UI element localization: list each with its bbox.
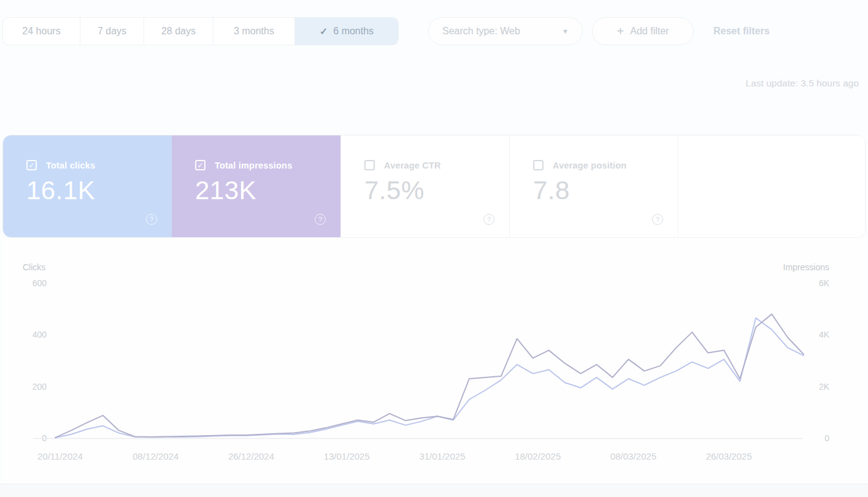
tab-7-days[interactable]: 7 days — [80, 18, 144, 45]
help-icon[interactable]: ? — [146, 214, 157, 225]
reset-filters-link[interactable]: Reset filters — [713, 17, 770, 45]
help-icon[interactable]: ? — [483, 214, 494, 225]
help-icon[interactable]: ? — [315, 214, 326, 225]
add-filter-label: Add filter — [630, 26, 669, 37]
check-icon: ✓ — [320, 26, 328, 37]
help-icon[interactable]: ? — [652, 214, 663, 225]
search-type-label: Search type: Web — [442, 26, 520, 37]
metric-card-label: Total clicks — [46, 161, 95, 170]
series-line-clicks — [55, 318, 804, 438]
average-position-checkbox[interactable] — [533, 160, 543, 170]
metric-card-average-position[interactable]: Average position7.8? — [509, 135, 678, 237]
tab-label: 24 hours — [22, 26, 60, 37]
metric-card-label: Average CTR — [384, 161, 441, 170]
plus-icon: + — [617, 25, 624, 37]
metric-cards: ✓Total clicks16.1K?✓Total impressions213… — [2, 135, 866, 238]
search-console-performance-page: { "toolbar": { "date_range_tabs": [ {"la… — [0, 0, 868, 497]
tab-label: 6 months — [333, 26, 374, 37]
tab-label: 7 days — [98, 26, 126, 37]
metric-card-total-clicks[interactable]: ✓Total clicks16.1K? — [3, 135, 172, 237]
metric-card-label: Total impressions — [215, 161, 292, 170]
tab-24-hours[interactable]: 24 hours — [3, 18, 80, 45]
tab-28-days[interactable]: 28 days — [144, 18, 213, 45]
tab-label: 3 months — [234, 26, 274, 37]
average-ctr-checkbox[interactable] — [364, 160, 375, 170]
metric-card-value: 7.8 — [533, 176, 570, 205]
metric-card-average-ctr[interactable]: Average CTR7.5%? — [340, 135, 509, 237]
chart-plot — [2, 238, 866, 484]
last-update-status: Last update: 3.5 hours ago — [746, 78, 859, 89]
search-type-dropdown[interactable]: Search type: Web ▼ — [428, 17, 583, 45]
bottom-edge — [0, 484, 868, 497]
metric-card-value: 16.1K — [26, 176, 95, 205]
add-filter-button[interactable]: + Add filter — [592, 17, 694, 45]
metric-card-label: Average position — [553, 161, 626, 170]
metric-card-total-impressions[interactable]: ✓Total impressions213K? — [172, 135, 340, 237]
metric-card-value: 7.5% — [364, 176, 424, 205]
tab-label: 28 days — [161, 26, 196, 37]
metric-card-value: 213K — [195, 176, 256, 205]
date-range-tabs: 24 hours7 days28 days3 months✓6 months — [2, 17, 399, 45]
total-clicks-checkbox[interactable]: ✓ — [26, 160, 37, 170]
total-impressions-checkbox[interactable]: ✓ — [195, 160, 205, 170]
tab-6-months[interactable]: ✓6 months — [295, 18, 398, 45]
metric-cards-filler — [678, 135, 865, 237]
chevron-down-icon: ▼ — [562, 28, 569, 35]
tab-3-months[interactable]: 3 months — [213, 18, 295, 45]
performance-chart: Clicks Impressions 6004002000 6K4K2K0 20… — [2, 238, 866, 484]
